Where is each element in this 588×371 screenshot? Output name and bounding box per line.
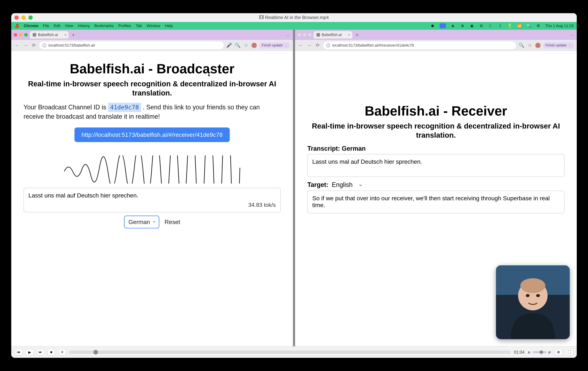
url-text: localhost:5173/babelfish.ai/ <box>49 43 95 48</box>
profile-avatar[interactable] <box>252 43 257 48</box>
transcript-box: Lasst uns mal auf Deutsch hier sprechen. <box>307 154 565 177</box>
fullscreen-button[interactable]: ⛶ <box>566 349 573 355</box>
tab-close-button[interactable]: × <box>64 33 66 37</box>
progress-bar[interactable] <box>69 351 511 354</box>
menubar-dnd-icon[interactable]: ☾ <box>488 23 493 28</box>
address-bar[interactable]: i localhost:5173/babelfish.ai/ <box>39 42 224 49</box>
finish-update-chip[interactable]: Finish update ⋮ <box>259 42 290 49</box>
target-language-select[interactable]: English <box>332 181 363 188</box>
menu-edit[interactable]: Edit <box>54 23 60 28</box>
page-subtitle: Real-time in-browser speech recognition … <box>23 79 281 98</box>
tab-right[interactable]: Babelfish.ai × <box>314 31 352 39</box>
finish-update-chip[interactable]: Finish update ⋮ <box>543 42 574 49</box>
menubar-app[interactable]: Chrome <box>24 23 38 28</box>
browser-maximize-button[interactable] <box>24 33 28 37</box>
broadcaster-page: Babelfish.ai - Broadcaster Real-time in-… <box>11 51 293 346</box>
menu-window[interactable]: Window <box>147 23 160 28</box>
menubar-bluetooth-icon[interactable]: ᛒ <box>498 23 503 28</box>
volume-high-icon[interactable]: 🔊 <box>548 350 551 354</box>
menubar-rec-icon[interactable]: ⏺ <box>430 23 435 28</box>
reload-button[interactable]: ⟳ <box>31 42 37 48</box>
new-tab-button[interactable]: + <box>71 32 76 37</box>
voice-search-icon[interactable]: 🎤 <box>226 42 232 48</box>
minimize-window-button[interactable] <box>21 15 26 20</box>
svg-point-3 <box>520 278 546 293</box>
reload-button[interactable]: ⟳ <box>315 42 321 48</box>
bookmark-icon[interactable]: ☆ <box>243 42 249 48</box>
channel-id-chip[interactable]: 41de9c78 <box>108 103 141 112</box>
menu-view[interactable]: View <box>65 23 73 28</box>
menu-help[interactable]: Help <box>165 23 173 28</box>
browser-left: Babelfish.ai × + ⌄ ← → ⟳ i localhost:517… <box>11 30 293 346</box>
menu-history[interactable]: History <box>78 23 90 28</box>
fast-forward-button[interactable]: ⏭ <box>37 349 44 355</box>
overflow-menu-icon[interactable]: ⋮ <box>568 43 571 47</box>
forward-button[interactable]: → <box>306 42 312 48</box>
browser-minimize-button[interactable] <box>19 33 22 37</box>
volume-knob[interactable] <box>539 350 543 354</box>
progress-knob[interactable] <box>94 350 98 354</box>
tab-dropdown-button[interactable]: ⌄ <box>569 32 574 37</box>
rewind-button[interactable]: ⏮ <box>15 349 22 355</box>
lens-icon[interactable]: 🔍 <box>235 42 241 48</box>
browser-maximize-button[interactable] <box>308 33 312 37</box>
back-button[interactable]: ← <box>298 42 304 48</box>
new-tab-button[interactable]: + <box>354 32 360 37</box>
volume-slider[interactable] <box>533 351 546 353</box>
menubar-app-icon[interactable] <box>440 23 446 28</box>
site-info-icon[interactable]: i <box>42 44 46 47</box>
transcript-box: Lasst uns mal auf Deutsch hier sprechen.… <box>23 188 281 212</box>
broadcast-description: Your Broadcast Channel ID is 41de9c78 . … <box>23 103 281 121</box>
macos-menubar: 🍎 Chrome File Edit View History Bookmark… <box>11 22 577 30</box>
urlbar-right: ← → ⟳ i localhost:5173/babelfish.ai/#/re… <box>295 40 577 51</box>
maximize-window-button[interactable] <box>29 15 33 20</box>
language-select[interactable]: German <box>124 216 159 229</box>
receiver-page: Babelfish.ai - Receiver Real-time in-bro… <box>295 51 577 346</box>
menubar-ext1-icon[interactable]: ◈ <box>451 23 455 28</box>
menu-profiles[interactable]: Profiles <box>118 23 131 28</box>
menu-bookmarks[interactable]: Bookmarks <box>94 23 114 28</box>
site-info-icon[interactable]: i <box>326 44 330 47</box>
bookmark-icon[interactable]: ☆ <box>527 42 533 48</box>
tab-left[interactable]: Babelfish.ai × <box>30 31 69 39</box>
tabbar-right: Babelfish.ai × + ⌄ <box>295 30 577 40</box>
address-bar[interactable]: i localhost:5173/babelfish.ai/#/receiver… <box>323 42 516 49</box>
back-button[interactable]: ← <box>14 42 20 48</box>
menu-tab[interactable]: Tab <box>136 23 142 28</box>
forward-button[interactable]: → <box>22 42 29 48</box>
page-title: Babelfish.ai - Receiver <box>307 104 565 118</box>
menubar-control-center-icon[interactable]: ⚙ <box>536 23 541 28</box>
window-controls <box>14 15 33 20</box>
stop-button[interactable]: ■ <box>47 349 55 355</box>
chapters-button[interactable]: ≡ <box>58 349 66 355</box>
broadcaster-controls: German Reset <box>23 216 281 229</box>
receiver-link-button[interactable]: http://localhost:5173/babelfish.ai/#/rec… <box>74 128 230 142</box>
profile-avatar[interactable] <box>535 43 541 48</box>
transcript-text: Lasst uns mal auf Deutsch hier sprechen. <box>29 192 276 199</box>
close-window-button[interactable] <box>14 15 19 20</box>
tab-close-button[interactable]: × <box>348 33 350 37</box>
menubar-screen-icon[interactable]: ⧉ <box>479 23 484 28</box>
menubar-wifi-icon[interactable]: 📶 <box>517 23 522 28</box>
menu-file[interactable]: File <box>43 23 49 28</box>
browser-close-button[interactable] <box>14 33 17 37</box>
volume-low-icon[interactable]: 🔈 <box>528 350 531 354</box>
browser-close-button[interactable] <box>297 33 301 37</box>
reset-button[interactable]: Reset <box>165 218 180 225</box>
browser-minimize-button[interactable] <box>303 33 306 37</box>
menubar-clock[interactable]: Thu 1 Aug 11:23 <box>545 23 574 28</box>
play-button[interactable]: ▶ <box>26 349 33 355</box>
lens-icon[interactable]: 🔍 <box>518 42 525 48</box>
apple-icon[interactable]: 🍎 <box>14 23 19 28</box>
settings-button[interactable]: ⚙ <box>555 349 562 355</box>
menubar-battery-icon[interactable]: 🔋 <box>507 23 512 28</box>
menubar-search-icon[interactable]: 🔍 <box>526 23 531 28</box>
token-rate: 34.83 tok/s <box>29 202 276 208</box>
menubar-ext2-icon[interactable]: ⊕ <box>460 23 465 28</box>
transcript-text: Lasst uns mal auf Deutsch hier sprechen. <box>312 158 559 165</box>
tab-title: Babelfish.ai <box>38 33 58 37</box>
menubar-ext3-icon[interactable]: ◉ <box>470 23 474 28</box>
urlbar-left: ← → ⟳ i localhost:5173/babelfish.ai/ 🎤 🔍… <box>11 40 293 51</box>
tab-dropdown-button[interactable]: ⌄ <box>285 32 291 37</box>
overflow-menu-icon[interactable]: ⋮ <box>284 43 288 47</box>
